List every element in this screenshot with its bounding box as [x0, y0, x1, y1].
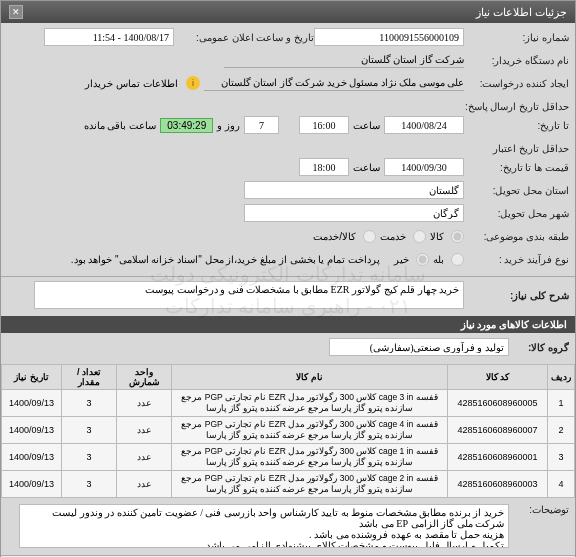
service-radio-label: خدمت [380, 231, 406, 242]
no-radio[interactable] [416, 253, 429, 266]
info-icon[interactable]: i [186, 76, 200, 90]
payment-note: پرداخت تمام یا بخشی از مبلغ خرید،از محل … [67, 254, 384, 265]
titlebar: جزئیات اطلاعات نیاز ✕ [1, 1, 575, 23]
cell-name: قفسه cage 1 in کلاس 300 رگولاتور مدل EZR… [172, 444, 448, 471]
desc-title-label: شرح کلی نیاز: [464, 290, 569, 301]
cell-qty: 3 [62, 471, 117, 498]
table-row[interactable]: 44285160608960003قفسه cage 2 in کلاس 300… [2, 471, 575, 498]
cell-unit: عدد [117, 417, 172, 444]
no-radio-label: خیر [394, 254, 409, 265]
cell-qty: 3 [62, 444, 117, 471]
col-qty: تعداد / مقدار [62, 365, 117, 390]
cell-date: 1400/09/13 [2, 390, 62, 417]
time-label-2: ساعت [349, 162, 384, 173]
form-section: شماره نیاز: تاریخ و ساعت اعلان عمومی: نا… [1, 23, 575, 276]
requester-field [204, 75, 464, 91]
province-label: استان محل تحویل: [464, 185, 569, 196]
window-title: جزئیات اطلاعات نیاز [476, 6, 567, 19]
cell-qty: 3 [62, 390, 117, 417]
cell-unit: عدد [117, 444, 172, 471]
cell-date: 1400/09/13 [2, 417, 62, 444]
validity-until-label: قیمت ها تا تاریخ: [464, 162, 569, 173]
goods-service-radio-label: کالا/خدمت [313, 231, 356, 242]
explain-field[interactable] [19, 504, 509, 548]
province-field [244, 181, 464, 199]
cell-unit: عدد [117, 471, 172, 498]
col-date: تاریخ نیاز [2, 365, 62, 390]
cell-qty: 3 [62, 417, 117, 444]
cell-code: 4285160608960005 [448, 390, 548, 417]
table-header-row: ردیف کد کالا نام کالا واحد شمارش تعداد /… [2, 365, 575, 390]
announce-label: تاریخ و ساعت اعلان عمومی: [174, 32, 314, 43]
category-radios: کالا خدمت کالا/خدمت [313, 230, 464, 243]
buyer-info-text[interactable]: اطلاعات تماس خریدار [81, 78, 182, 89]
deadline-label: حداقل تاریخ ارسال پاسخ: [464, 101, 569, 112]
announce-field [44, 28, 174, 46]
deadline-date-field [384, 116, 464, 134]
cell-code: 4285160608960007 [448, 417, 548, 444]
validity-date-field [384, 158, 464, 176]
process-label: نوع فرآیند خرید : [464, 254, 569, 265]
need-no-field [314, 28, 464, 46]
goods-radio-label: کالا [430, 231, 444, 242]
days-label: روز و [213, 120, 244, 131]
countdown-timer: 03:49:29 [160, 118, 213, 133]
cell-code: 4285160608960001 [448, 444, 548, 471]
validity-time-field [299, 158, 349, 176]
col-code: کد کالا [448, 365, 548, 390]
items-table: ردیف کد کالا نام کالا واحد شمارش تعداد /… [1, 364, 575, 498]
table-row[interactable]: 24285160608960007قفسه cage 4 in کلاس 300… [2, 417, 575, 444]
cell-num: 1 [548, 390, 575, 417]
buyer-org-field [224, 52, 464, 68]
deadline-time-field [299, 116, 349, 134]
col-num: ردیف [548, 365, 575, 390]
city-label: شهر محل تحویل: [464, 208, 569, 219]
days-field [244, 116, 279, 134]
main-window: جزئیات اطلاعات نیاز ✕ سامانه تدارکات الک… [0, 0, 576, 557]
goods-header: اطلاعات کالاهای مورد نیاز [1, 316, 575, 333]
table-row[interactable]: 34285160608960001قفسه cage 1 in کلاس 300… [2, 444, 575, 471]
cell-code: 4285160608960003 [448, 471, 548, 498]
group-label: گروه کالا: [509, 342, 569, 353]
remain-label: ساعت باقی مانده [80, 120, 161, 131]
cell-date: 1400/09/13 [2, 444, 62, 471]
yes-radio-label: بله [433, 254, 444, 265]
cell-num: 3 [548, 444, 575, 471]
cell-name: قفسه cage 2 in کلاس 300 رگولاتور مدل EZR… [172, 471, 448, 498]
process-radios: بله خیر [394, 253, 464, 266]
requester-label: ایجاد کننده درخواست: [464, 78, 569, 89]
cell-num: 2 [548, 417, 575, 444]
cell-unit: عدد [117, 390, 172, 417]
service-radio[interactable] [413, 230, 426, 243]
col-unit: واحد شمارش [117, 365, 172, 390]
col-name: نام کالا [172, 365, 448, 390]
table-row[interactable]: 14285160608960005قفسه cage 3 in کلاس 300… [2, 390, 575, 417]
cell-num: 4 [548, 471, 575, 498]
city-field [244, 204, 464, 222]
desc-title-field[interactable] [34, 281, 464, 309]
time-label-1: ساعت [349, 120, 384, 131]
category-label: طبقه بندی موضوعی: [464, 231, 569, 242]
validity-label: حداقل تاریخ اعتبار [464, 143, 569, 154]
deadline-until-label: تا تاریخ: [464, 120, 569, 131]
close-icon[interactable]: ✕ [9, 5, 23, 19]
cell-name: قفسه cage 4 in کلاس 300 رگولاتور مدل EZR… [172, 417, 448, 444]
explain-label: توضیحات: [509, 504, 569, 515]
need-no-label: شماره نیاز: [464, 32, 569, 43]
yes-radio[interactable] [451, 253, 464, 266]
buyer-org-label: نام دستگاه خریدار: [464, 55, 569, 66]
goods-service-radio[interactable] [363, 230, 376, 243]
cell-name: قفسه cage 3 in کلاس 300 رگولاتور مدل EZR… [172, 390, 448, 417]
cell-date: 1400/09/13 [2, 471, 62, 498]
group-field [329, 338, 509, 356]
goods-radio[interactable] [451, 230, 464, 243]
